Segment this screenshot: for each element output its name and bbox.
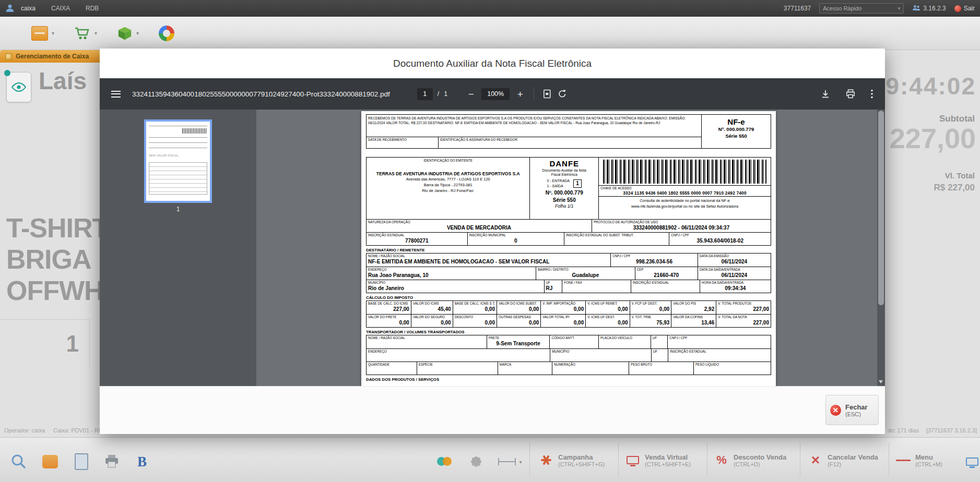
pdf-filename: 3324113594360400180255550000000779102492… (132, 90, 390, 98)
field-label: NUMERAÇÃO (554, 363, 627, 367)
field-label: ESPÉCIE (419, 363, 496, 367)
page-divider: / (438, 90, 439, 98)
field-value: 0,00 (499, 306, 539, 312)
field-label: DATA DE RECEBIMENTO (368, 138, 436, 142)
field-label: NATUREZA DA OPERAÇÃO (368, 220, 590, 224)
danfe-header-block: IDENTIFICAÇÃO DO EMITENTE TERRAS DE AVEN… (366, 157, 771, 246)
danfe-document: RECEBEMOS DE TERRAS DE AVENTURA INDUSTRI… (361, 111, 776, 386)
print-icon[interactable] (845, 89, 856, 99)
field-label: CÓDIGO ANTT (551, 336, 597, 340)
nfe-number: Nº. 000.000.779 (531, 189, 597, 197)
section-title: TRANSPORTADOR / VOLUMES TRANSPORTADOS (366, 330, 771, 334)
divider (534, 87, 534, 101)
field-value: 9-Sem Transporte (489, 340, 548, 347)
field-label: FRETE (489, 336, 548, 340)
field-label: MUNICÍPIO (368, 281, 542, 285)
field-value: 21660-470 (637, 272, 696, 279)
field-value: 0,00 (587, 319, 628, 326)
pdf-scrollbar[interactable] (877, 110, 885, 386)
field-label: VALOR DO FRETE (368, 315, 409, 319)
fechar-button[interactable]: ✕ Fechar (ESC) (825, 395, 879, 425)
field-label: IDENTIFICAÇÃO E ASSINATURA DO RECEBEDOR (440, 138, 700, 142)
zoom-out-button[interactable]: − (465, 89, 477, 99)
section-title: DADOS DOS PRODUTOS / SERVIÇOS (366, 377, 771, 382)
field-value: 0 (469, 237, 563, 244)
exit-option: 1 - SAÍDA (547, 184, 570, 188)
access-key: 3324 1135 9436 0400 1802 5555 0000 0007 … (600, 190, 769, 196)
nfe-title: NF-e (702, 117, 771, 126)
field-label: HORA DA SAÍDA/ENTRADA (702, 281, 769, 285)
page-total: 1 (444, 90, 447, 98)
field-label: BASE DE CÁLC. ICMS S.T. (455, 302, 495, 306)
field-value: 0,00 (413, 319, 451, 326)
field-label: VALOR DO SEGURO (413, 315, 451, 319)
field-label: V. TOTAL DA NOTA (718, 315, 769, 319)
danfe-carrier-block: NOME / RAZÃO SOCIAL FRETE9-Sem Transport… (366, 335, 771, 375)
operation-type-box: 1 (573, 179, 582, 188)
field-value: 0,00 (368, 319, 409, 326)
field-label: VALOR DA COFINS (673, 315, 714, 319)
zoom-in-button[interactable]: + (514, 89, 526, 99)
page-number-input[interactable]: 1 (417, 88, 433, 100)
danfe-tax-block: BASE DE CÁLC. DO ICMS227,00 VALOR DO ICM… (366, 300, 771, 328)
scrollbar-thumb[interactable] (878, 111, 884, 305)
more-options-icon[interactable] (870, 89, 873, 99)
field-value: 0,00 (587, 306, 628, 312)
modal-title: Documento Auxiliar da Nota Fiscal Eletrô… (100, 49, 885, 78)
field-label: INSCRIÇÃO ESTADUAL (670, 350, 769, 354)
nfe-series: Série 550 (702, 133, 771, 140)
field-value: 227,00 (718, 306, 769, 312)
thumbnail-barcode (182, 128, 206, 134)
field-value: 06/11/2024 (700, 258, 769, 265)
danfe-title: DANFE (531, 159, 597, 168)
pdf-menu-button[interactable] (111, 89, 121, 99)
field-label: V. ICMS UF REMET. (587, 302, 628, 306)
field-value: 227,00 (718, 319, 769, 326)
authenticity-note: Consulta de autenticidade no portal naci… (599, 198, 771, 204)
thumbnail-page-number: 1 (146, 206, 210, 213)
field-value: 0,00 (499, 319, 539, 326)
field-value: 45,40 (413, 306, 451, 312)
download-icon[interactable] (820, 89, 831, 99)
field-value: 227,00 (368, 306, 409, 312)
modal-footer: ✕ Fechar (ESC) (100, 386, 885, 434)
field-label: BASE DE CÁLC. DO ICMS (368, 302, 409, 306)
field-value: RJ (546, 285, 561, 292)
emitter-address: Avenida das Americas, 7777 - LOJAS 119 E… (368, 176, 528, 182)
field-label: CNPJ / CPF (669, 336, 769, 340)
nfe-series: Série 550 (531, 197, 597, 204)
field-label: ENDEREÇO (368, 350, 548, 354)
field-label: V. TOTAL PRODUTOS (718, 302, 769, 306)
receipt-text: RECEBEMOS DE TERRAS DE AVENTURA INDUSTRI… (367, 115, 701, 137)
pos-application: caixa CAIXA RDB 37711637 Acesso Rápido ▾… (0, 0, 980, 482)
pdf-thumbnail-sidebar: SEM VALOR FISCAL 1 (100, 110, 256, 386)
field-value: 998.236.034-56 (612, 258, 695, 265)
authenticity-url: www.nfe.fazenda.gov.br/portal ou no site… (599, 204, 771, 210)
scroll-down-arrow-icon[interactable] (879, 380, 883, 383)
section-title: DESTINATÁRIO / REMETENTE (366, 248, 771, 252)
field-label: MUNICÍPIO (552, 350, 650, 354)
nfe-number: Nº. 000.000.779 (702, 126, 771, 133)
field-label: CEP (637, 268, 696, 272)
field-value: NF-E EMITIDA EM AMBIENTE DE HOMOLOGACAO … (368, 258, 609, 265)
thumbnail-watermark: SEM VALOR FISCAL (149, 154, 179, 157)
field-label: V. ICMS UF DEST. (587, 315, 628, 319)
rotate-button[interactable] (557, 89, 568, 99)
close-label: Fechar (845, 403, 868, 411)
field-value: Rua Joao Paranagua, 10 (368, 272, 534, 279)
emitter-name: TERRAS DE AVENTURA INDUSTRIA DE ARTIGOS … (368, 171, 528, 176)
fit-to-page-button[interactable] (542, 89, 552, 99)
field-label: NOME / RAZÃO SOCIAL (368, 336, 485, 340)
field-label: V. IMP. IMPORTAÇÃO (542, 302, 584, 306)
field-value: 09:34:34 (702, 285, 769, 292)
field-value: 0,00 (455, 306, 495, 312)
field-label: MARCA (500, 363, 550, 367)
field-label: UF (653, 350, 667, 354)
field-value: 0,00 (455, 319, 495, 326)
field-label: QUANTIDADE (368, 363, 415, 367)
field-value: 75,93 (632, 319, 670, 326)
field-label: CHAVE DE ACESSO (600, 186, 769, 190)
emitter-address: Barra da Tijuca - 22793-081 (368, 182, 528, 188)
field-value: 0,00 (542, 319, 584, 326)
page-thumbnail[interactable]: SEM VALOR FISCAL (146, 122, 210, 201)
